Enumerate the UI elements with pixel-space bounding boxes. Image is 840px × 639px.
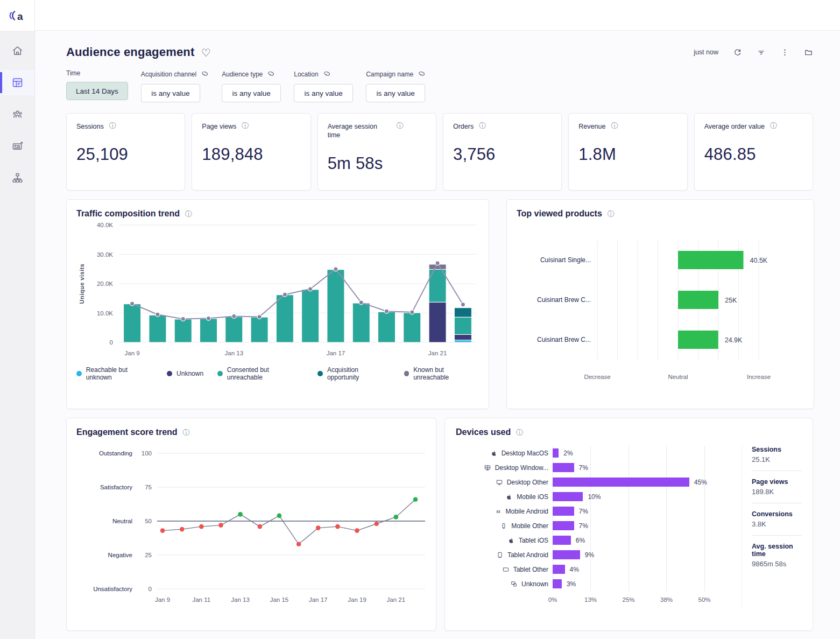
refresh-icon[interactable] [733, 48, 742, 57]
legend-label: Acquisition opportunity [327, 366, 390, 381]
page-title: Audience engagement [66, 45, 195, 59]
device-row: Desktop MacOS2% [456, 446, 733, 460]
kpi-card-orders: Ordersⓘ3,756 [443, 113, 562, 191]
svg-text:Cuisinart Brew C...: Cuisinart Brew C... [537, 336, 591, 343]
filter-time: TimeLast 14 Days [66, 69, 128, 102]
device-bar[interactable] [553, 565, 565, 574]
kpi-row: Sessionsⓘ25,109Page viewsⓘ189,848Average… [66, 113, 813, 191]
device-stat: Page views189.8K [752, 478, 802, 496]
stat-value: 3.8K [752, 520, 802, 528]
info-icon[interactable]: ⓘ [185, 210, 192, 217]
device-bar[interactable] [553, 507, 574, 516]
svg-text:Jan 19: Jan 19 [348, 596, 366, 603]
legend-item[interactable]: Consented but unreachable [217, 366, 303, 381]
device-bar[interactable] [553, 521, 574, 530]
dashboards-icon [11, 76, 24, 89]
svg-text:Decrease: Decrease [584, 374, 610, 380]
info-icon[interactable]: ⓘ [608, 210, 615, 217]
device-label: Tablet Other [513, 566, 548, 573]
device-bar[interactable] [553, 448, 559, 458]
info-icon[interactable]: ⓘ [397, 122, 404, 129]
devices-x-axis: 0%13%25%38%50% [553, 594, 733, 607]
device-label: Desktop Window... [495, 464, 548, 472]
device-label: Unknown [521, 580, 548, 588]
devices-used-chart[interactable]: Desktop MacOS2%Desktop Window...7%Deskto… [456, 446, 733, 607]
svg-text:Jan 15: Jan 15 [270, 596, 289, 603]
filter-label: Acquisition channel [141, 71, 196, 78]
device-bar[interactable] [553, 536, 571, 545]
device-bar[interactable] [553, 478, 689, 487]
info-icon[interactable]: ⓘ [479, 122, 486, 129]
device-label: Tablet iOS [519, 537, 548, 544]
audiences-icon [11, 108, 24, 121]
legend-dot [76, 371, 82, 376]
device-percent: 10% [588, 493, 601, 501]
svg-text:0: 0 [149, 586, 152, 592]
dashboard-content: Audience engagement ♡ just now [35, 31, 840, 639]
stat-label: Sessions [752, 446, 802, 453]
info-icon[interactable]: ⓘ [183, 429, 190, 436]
link-icon[interactable] [323, 69, 331, 79]
device-stat: Conversions3.8K [752, 510, 802, 528]
device-bar[interactable] [553, 579, 562, 588]
link-icon[interactable] [267, 69, 275, 79]
legend-item[interactable]: Known but unreachable [404, 366, 479, 381]
svg-text:0: 0 [110, 339, 113, 346]
filter-value-chip[interactable]: is any value [222, 84, 281, 102]
device-bar[interactable] [553, 550, 580, 559]
legend-item[interactable]: Unknown [167, 366, 203, 381]
tablet-icon [496, 551, 504, 559]
filter-value-chip[interactable]: Last 14 Days [66, 82, 128, 100]
kebab-menu-icon[interactable] [780, 48, 789, 57]
stat-label: Avg. session time [752, 543, 802, 558]
svg-text:40.0K: 40.0K [97, 222, 113, 228]
device-row: Tablet iOS6% [456, 533, 733, 547]
svg-text:Jan 13: Jan 13 [225, 350, 244, 356]
link-icon[interactable] [418, 69, 426, 79]
app-logo[interactable]: a [0, 0, 34, 31]
link-icon[interactable] [201, 69, 209, 79]
svg-text:Jan 21: Jan 21 [428, 350, 447, 356]
sidebar-item-hierarchy[interactable] [0, 165, 34, 191]
link-icon [323, 69, 331, 78]
legend-item[interactable]: Reachable but unknown [76, 366, 153, 381]
filter-value-chip[interactable]: is any value [294, 84, 353, 102]
folder-icon[interactable] [804, 48, 813, 57]
sidebar-item-dashboards[interactable] [0, 70, 34, 95]
top-products-chart[interactable]: Cuisinart Single...40.5KCuisinart Brew C… [517, 219, 804, 391]
engagement-score-card: Engagement score trend ⓘ Outstanding100S… [66, 418, 436, 631]
info-icon[interactable]: ⓘ [516, 429, 523, 436]
sidebar-item-audiences[interactable] [0, 102, 34, 127]
device-bar[interactable] [553, 492, 583, 501]
info-icon[interactable]: ⓘ [770, 122, 777, 129]
filter-value-chip[interactable]: is any value [366, 84, 425, 102]
stat-label: Conversions [752, 510, 802, 518]
device-row: Unknown3% [456, 577, 733, 591]
svg-text:Jan 9: Jan 9 [155, 596, 170, 603]
legend-label: Reachable but unknown [86, 366, 153, 381]
kpi-value: 3,756 [453, 145, 552, 164]
svg-text:Jan 11: Jan 11 [192, 596, 210, 603]
products-chart-title: Top viewed products [517, 209, 602, 219]
devices-axis-tick: 25% [622, 596, 634, 603]
device-row: Tablet Other4% [456, 562, 733, 577]
phone-icon [500, 522, 507, 530]
info-icon[interactable]: ⓘ [109, 122, 116, 129]
kpi-value: 486.85 [704, 145, 803, 164]
info-icon[interactable]: ⓘ [611, 122, 618, 129]
info-icon[interactable]: ⓘ [242, 122, 249, 129]
traffic-composition-chart[interactable]: 010.0K20.0K30.0K40.0KUnique visitsJan 9J… [76, 219, 480, 360]
legend-item[interactable]: Acquisition opportunity [317, 366, 390, 381]
device-bar[interactable] [553, 463, 574, 472]
device-label: Mobile iOS [517, 493, 548, 501]
engagement-score-chart[interactable]: Outstanding100Satisfactory75Neutral50Neg… [76, 437, 427, 615]
sidebar-item-campaigns[interactable] [0, 134, 34, 159]
legend-dot [404, 371, 410, 376]
filter-value-chip[interactable]: is any value [141, 84, 200, 102]
favorite-heart-icon[interactable]: ♡ [201, 46, 211, 58]
traffic-legend: Reachable but unknownUnknownConsented bu… [76, 366, 479, 381]
devices-chart-title: Devices used [456, 427, 511, 437]
svg-text:a: a [17, 10, 23, 22]
sidebar-item-home[interactable] [0, 38, 34, 64]
filter-icon[interactable] [757, 48, 766, 57]
